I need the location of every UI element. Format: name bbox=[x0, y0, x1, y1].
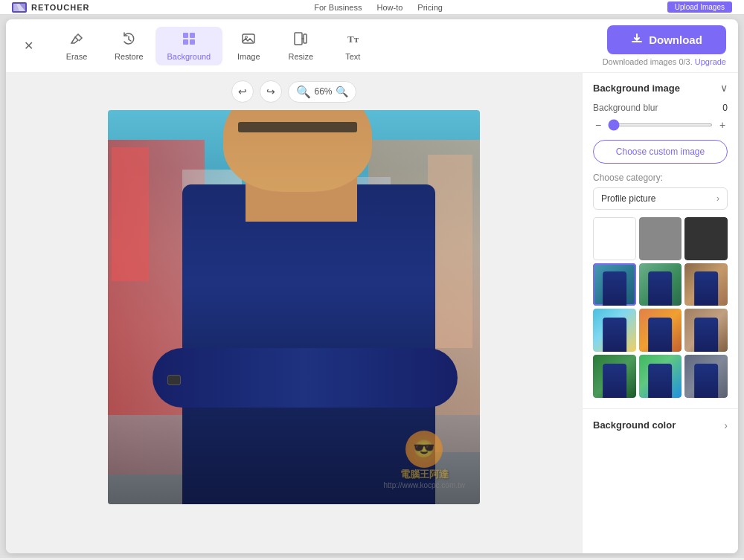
tool-image[interactable]: Image bbox=[222, 27, 275, 65]
category-dropdown[interactable]: Profile picture › bbox=[593, 187, 728, 210]
tool-text[interactable]: Tт Text bbox=[327, 27, 379, 65]
bg-thumbnails bbox=[593, 217, 728, 398]
resize-icon bbox=[293, 31, 308, 50]
category-value: Profile picture bbox=[601, 193, 655, 204]
blur-row: Background blur 0 bbox=[593, 103, 728, 113]
background-image-chevron: ∨ bbox=[720, 82, 728, 94]
bg-thumb-beach[interactable] bbox=[593, 309, 636, 352]
background-icon bbox=[182, 31, 196, 50]
nav-for-business[interactable]: For Business bbox=[314, 3, 362, 12]
category-chevron: › bbox=[716, 193, 719, 204]
background-label: Background bbox=[167, 52, 211, 61]
svg-rect-8 bbox=[295, 33, 302, 45]
download-info: Downloaded images 0/3. Upgrade bbox=[603, 57, 726, 66]
tool-background[interactable]: Background bbox=[155, 27, 223, 65]
blur-label: Background blur bbox=[593, 103, 658, 113]
background-image-section: Background image ∨ Background blur 0 − +… bbox=[583, 73, 738, 409]
blur-minus[interactable]: − bbox=[593, 119, 603, 131]
canvas-area: ↩ ↪ 🔍 66% 🔍 bbox=[6, 73, 582, 553]
image-icon bbox=[241, 31, 256, 50]
bg-thumb-white[interactable] bbox=[593, 217, 636, 260]
logo-icon bbox=[12, 2, 27, 13]
upload-images-button[interactable]: Upload Images bbox=[667, 1, 732, 13]
toolbar: ✕ Erase Restore bbox=[6, 19, 738, 73]
text-label: Text bbox=[345, 52, 360, 61]
background-image-title: Background image bbox=[593, 83, 680, 94]
restore-icon bbox=[121, 31, 136, 50]
bg-thumb-office[interactable] bbox=[684, 355, 728, 398]
bg-thumb-forest[interactable] bbox=[593, 355, 636, 398]
background-image-body: Background blur 0 − + Choose custom imag… bbox=[583, 103, 738, 408]
upgrade-link[interactable]: Upgrade bbox=[695, 57, 726, 66]
background-color-section[interactable]: Background color › bbox=[583, 409, 738, 442]
background-image-header[interactable]: Background image ∨ bbox=[583, 73, 738, 103]
nav-pricing[interactable]: Pricing bbox=[417, 3, 443, 12]
zoom-level: 66% bbox=[314, 86, 332, 97]
logo: RETOUCHER bbox=[12, 2, 89, 13]
blur-plus[interactable]: + bbox=[717, 119, 728, 131]
download-icon bbox=[631, 33, 643, 47]
undo-button[interactable]: ↩ bbox=[231, 80, 254, 103]
tool-resize[interactable]: Resize bbox=[275, 27, 327, 65]
zoom-in-icon[interactable]: 🔍 bbox=[336, 86, 348, 97]
bg-thumb-street3[interactable] bbox=[684, 263, 728, 306]
bg-thumb-indoor[interactable] bbox=[684, 309, 728, 352]
bg-thumb-sunset[interactable] bbox=[639, 309, 682, 352]
nav-links: For Business How-to Pricing bbox=[314, 3, 443, 12]
toolbar-right: Download Downloaded images 0/3. Upgrade bbox=[603, 25, 726, 66]
nav-how-to[interactable]: How-to bbox=[376, 3, 403, 12]
blur-slider[interactable] bbox=[608, 123, 713, 126]
text-icon: Tт bbox=[345, 31, 360, 50]
logo-text: RETOUCHER bbox=[31, 3, 89, 12]
svg-rect-4 bbox=[183, 39, 188, 45]
editor-container: ✕ Erase Restore bbox=[6, 19, 738, 553]
watermark-icon: 😎 bbox=[405, 431, 443, 468]
redo-button[interactable]: ↪ bbox=[260, 80, 282, 103]
bg-thumb-street2[interactable] bbox=[639, 263, 682, 306]
right-panel: Background image ∨ Background blur 0 − +… bbox=[582, 73, 738, 553]
choose-custom-image-button[interactable]: Choose custom image bbox=[593, 140, 728, 164]
svg-rect-2 bbox=[183, 33, 188, 38]
blur-value: 0 bbox=[722, 103, 728, 113]
svg-rect-5 bbox=[190, 39, 195, 45]
tool-erase[interactable]: Erase bbox=[51, 27, 103, 65]
resize-label: Resize bbox=[288, 52, 313, 61]
editor-body: ↩ ↪ 🔍 66% 🔍 bbox=[6, 73, 738, 553]
svg-rect-3 bbox=[190, 33, 195, 38]
bg-thumb-street1[interactable] bbox=[593, 263, 636, 306]
category-label: Choose category: bbox=[593, 173, 728, 183]
erase-icon bbox=[69, 31, 84, 50]
watermark: 😎 電腦王阿達 http://www.kocpc.com.tw bbox=[384, 431, 465, 489]
bg-thumb-tropical[interactable] bbox=[639, 355, 682, 398]
erase-label: Erase bbox=[66, 52, 88, 61]
image-label: Image bbox=[237, 52, 260, 61]
background-color-title: Background color bbox=[593, 419, 676, 431]
watermark-text1: 電腦王阿達 bbox=[400, 468, 449, 481]
background-color-chevron: › bbox=[724, 419, 728, 431]
close-button[interactable]: ✕ bbox=[18, 36, 39, 57]
tool-restore[interactable]: Restore bbox=[103, 27, 155, 65]
download-label: Download bbox=[649, 33, 702, 46]
zoom-display: 🔍 66% 🔍 bbox=[288, 81, 356, 103]
canvas-controls: ↩ ↪ 🔍 66% 🔍 bbox=[231, 73, 356, 110]
top-nav: RETOUCHER For Business How-to Pricing Up… bbox=[0, 0, 744, 15]
bg-thumb-dark[interactable] bbox=[684, 217, 728, 260]
blur-slider-container: − + bbox=[593, 119, 728, 131]
zoom-out-icon[interactable]: 🔍 bbox=[296, 85, 311, 99]
download-button[interactable]: Download bbox=[607, 25, 726, 54]
bg-thumb-gray[interactable] bbox=[639, 217, 682, 260]
svg-text:Tт: Tт bbox=[347, 33, 359, 45]
canvas-image: 😎 電腦王阿達 http://www.kocpc.com.tw bbox=[108, 110, 480, 504]
watermark-text2: http://www.kocpc.com.tw bbox=[384, 481, 465, 489]
restore-label: Restore bbox=[115, 52, 144, 61]
